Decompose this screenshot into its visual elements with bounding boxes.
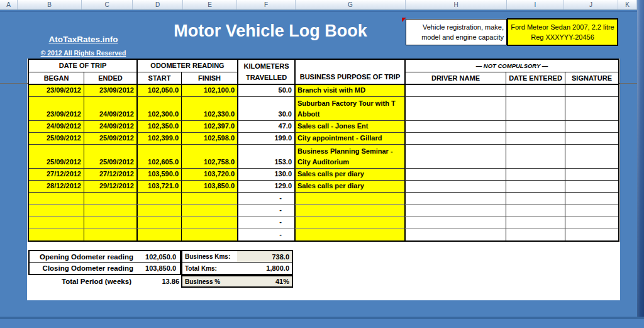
cell-finish[interactable]: 103,720.0 xyxy=(181,169,237,181)
cell-purpose[interactable]: Branch visit with MD xyxy=(294,85,404,97)
cell-driver-name[interactable] xyxy=(404,85,506,97)
cell-kilometers[interactable]: - xyxy=(237,229,294,240)
business-kms-label[interactable]: Business Kms: xyxy=(182,251,237,262)
cell-ended[interactable]: 27/12/2012 xyxy=(84,169,136,181)
column-header-C[interactable]: C xyxy=(82,0,133,9)
cell-date-entered[interactable] xyxy=(506,97,565,121)
cell-began[interactable]: 24/09/2012 xyxy=(29,121,84,133)
cell-start[interactable]: 102,050.0 xyxy=(136,85,181,97)
cell-began[interactable] xyxy=(29,229,84,240)
cell-began[interactable]: 25/09/2012 xyxy=(29,133,84,145)
vehicle-info-value-cell[interactable]: Ford Meteor Sedan 2007, 2.2 litre Reg XX… xyxy=(507,18,618,46)
cell-ended[interactable]: 25/09/2012 xyxy=(84,133,136,145)
cell-start[interactable]: 102,300.0 xyxy=(136,97,181,121)
opening-odometer-value[interactable]: 102,050.0 xyxy=(136,251,180,262)
header-odometer-reading[interactable]: ODOMETER READING xyxy=(136,60,237,72)
header-kilometers-travelled[interactable]: KILOMETERS TRAVELLED xyxy=(237,60,294,85)
cell-kilometers[interactable]: 129.0 xyxy=(237,181,294,193)
cell-finish[interactable]: 102,100.0 xyxy=(181,85,237,97)
cell-purpose[interactable]: Sales calls per diary xyxy=(294,169,404,181)
cell-signature[interactable] xyxy=(565,229,618,240)
header-ended[interactable]: ENDED xyxy=(84,72,136,85)
cell-date-entered[interactable] xyxy=(506,217,565,229)
cell-purpose[interactable]: Sales call - Jones Ent xyxy=(294,121,404,133)
column-header-H[interactable]: H xyxy=(406,0,507,9)
cell-driver-name[interactable] xyxy=(404,217,506,229)
cell-signature[interactable] xyxy=(565,97,618,121)
header-driver-name[interactable]: DRIVER NAME xyxy=(404,72,506,85)
cell-began[interactable]: 25/09/2012 xyxy=(29,145,84,169)
cell-began[interactable]: 23/09/2012 xyxy=(29,97,84,121)
cell-purpose[interactable]: Sales calls per diary xyxy=(294,181,404,193)
cell-driver-name[interactable] xyxy=(404,121,506,133)
column-header-K[interactable]: K xyxy=(618,0,637,9)
cell-kilometers[interactable]: - xyxy=(237,193,294,205)
header-start[interactable]: START xyxy=(136,72,181,85)
business-pct-value[interactable]: 41% xyxy=(237,276,292,286)
column-header-B[interactable]: B xyxy=(18,0,82,9)
total-kms-label[interactable]: Total Kms: xyxy=(182,263,237,274)
column-header-E[interactable]: E xyxy=(183,0,237,9)
cell-purpose[interactable] xyxy=(294,217,404,229)
column-header-A[interactable]: A xyxy=(0,0,18,9)
header-signature[interactable]: SIGNATURE xyxy=(565,72,618,85)
cell-ended[interactable] xyxy=(84,229,136,240)
cell-signature[interactable] xyxy=(565,217,618,229)
cell-start[interactable]: 103,721.0 xyxy=(136,181,181,193)
cell-finish[interactable] xyxy=(181,205,237,217)
cell-began[interactable] xyxy=(29,205,84,217)
cell-driver-name[interactable] xyxy=(404,205,506,217)
cell-ended[interactable]: 23/09/2012 xyxy=(84,85,136,97)
cell-finish[interactable] xyxy=(181,217,237,229)
cell-date-entered[interactable] xyxy=(506,181,565,193)
cell-date-entered[interactable] xyxy=(506,169,565,181)
cell-signature[interactable] xyxy=(565,205,618,217)
cell-start[interactable] xyxy=(136,205,181,217)
opening-odometer-label[interactable]: Opening Odometer reading xyxy=(30,251,136,262)
header-not-compulsory[interactable]: — NOT COMPULSORY — xyxy=(404,60,618,72)
cell-purpose[interactable] xyxy=(294,193,404,205)
site-link[interactable]: AtoTaxRates.info xyxy=(38,35,129,44)
cell-date-entered[interactable] xyxy=(506,145,565,169)
column-header-F[interactable]: F xyxy=(237,0,296,9)
cell-ended[interactable]: 25/09/2012 xyxy=(84,145,136,169)
cell-purpose[interactable] xyxy=(294,205,404,217)
cell-began[interactable]: 23/09/2012 xyxy=(29,85,84,97)
column-header-J[interactable]: J xyxy=(564,0,618,9)
total-period-label[interactable]: Total Period (weeks) xyxy=(29,275,134,287)
cell-signature[interactable] xyxy=(565,181,618,193)
cell-began[interactable]: 28/12/2012 xyxy=(29,181,84,193)
header-date-entered[interactable]: DATE ENTERED xyxy=(506,72,565,85)
vertical-scrollbar[interactable] xyxy=(637,0,644,317)
cell-finish[interactable] xyxy=(181,193,237,205)
cell-began[interactable] xyxy=(29,217,84,229)
cell-date-entered[interactable] xyxy=(506,133,565,145)
cell-kilometers[interactable]: 30.0 xyxy=(237,97,294,121)
column-header-D[interactable]: D xyxy=(133,0,183,9)
header-began[interactable]: BEGAN xyxy=(29,72,84,85)
cell-signature[interactable] xyxy=(565,169,618,181)
cell-finish[interactable] xyxy=(181,229,237,240)
cell-kilometers[interactable]: - xyxy=(237,205,294,217)
header-finish[interactable]: FINISH xyxy=(181,72,237,85)
cell-ended[interactable]: 29/12/2012 xyxy=(84,181,136,193)
header-business-purpose[interactable]: BUSINESS PURPOSE OF TRIP xyxy=(294,60,404,85)
cell-kilometers[interactable]: 199.0 xyxy=(237,133,294,145)
cell-start[interactable]: 102,350.0 xyxy=(136,121,181,133)
cell-ended[interactable] xyxy=(84,217,136,229)
closing-odometer-value[interactable]: 103,850.0 xyxy=(136,263,180,274)
vehicle-info-label-cell[interactable]: Vehicle registration, make, model and en… xyxy=(406,19,507,45)
cell-signature[interactable] xyxy=(565,193,618,205)
cell-driver-name[interactable] xyxy=(404,169,506,181)
total-kms-value[interactable]: 1,800.0 xyxy=(237,263,292,274)
cell-signature[interactable] xyxy=(565,145,618,169)
column-header-G[interactable]: G xyxy=(296,0,406,9)
cell-finish[interactable]: 102,397.0 xyxy=(181,121,237,133)
cell-kilometers[interactable]: - xyxy=(237,217,294,229)
cell-start[interactable]: 102,399.0 xyxy=(136,133,181,145)
cell-purpose[interactable]: City appointment - Gillard xyxy=(294,133,404,145)
business-kms-value[interactable]: 738.0 xyxy=(237,251,292,262)
cell-signature[interactable] xyxy=(565,85,618,97)
cell-date-entered[interactable] xyxy=(506,229,565,240)
cell-date-entered[interactable] xyxy=(506,121,565,133)
